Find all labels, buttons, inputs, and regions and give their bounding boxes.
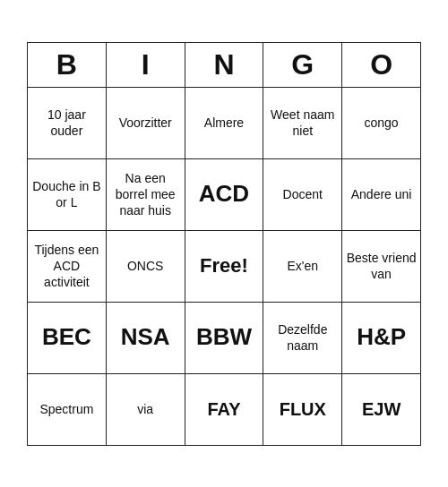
bingo-cell-r2-c4: Beste vriend van xyxy=(342,231,421,303)
bingo-cell-r3-c4: H&P xyxy=(342,303,421,374)
header-letter-o: O xyxy=(342,43,421,88)
bingo-cell-r4-c3: FLUX xyxy=(263,374,342,446)
bingo-cell-r2-c0: Tijdens een ACD activiteit xyxy=(28,231,107,303)
bingo-cell-r3-c2: BBW xyxy=(185,303,264,374)
bingo-cell-r1-c0: Douche in B or L xyxy=(28,159,107,231)
bingo-cell-r3-c1: NSA xyxy=(107,303,185,374)
bingo-cell-r1-c4: Andere uni xyxy=(342,159,421,231)
bingo-cell-r4-c4: EJW xyxy=(342,374,421,446)
header-letter-i: I xyxy=(107,43,185,88)
bingo-cell-r0-c3: Weet naam niet xyxy=(263,88,342,159)
bingo-cell-r2-c2: Free! xyxy=(185,231,264,303)
bingo-cell-r1-c1: Na een borrel mee naar huis xyxy=(107,159,185,231)
header-letter-g: G xyxy=(263,43,342,88)
bingo-cell-r0-c1: Voorzitter xyxy=(107,88,185,159)
bingo-cell-r0-c4: congo xyxy=(342,88,421,159)
bingo-cell-r4-c1: via xyxy=(107,374,185,446)
header-letter-n: N xyxy=(185,43,264,88)
bingo-cell-r1-c3: Docent xyxy=(263,159,342,231)
bingo-card: BINGO 10 jaar ouderVoorzitterAlmereWeet … xyxy=(18,33,430,455)
header-letter-b: B xyxy=(28,43,107,88)
bingo-cell-r4-c0: Spectrum xyxy=(28,374,107,446)
bingo-cell-r0-c0: 10 jaar ouder xyxy=(28,88,107,159)
bingo-cell-r3-c0: BEC xyxy=(28,303,107,374)
bingo-grid: 10 jaar ouderVoorzitterAlmereWeet naam n… xyxy=(27,88,421,446)
bingo-cell-r2-c3: Ex'en xyxy=(263,231,342,303)
bingo-cell-r4-c2: FAY xyxy=(185,374,264,446)
bingo-header: BINGO xyxy=(27,42,421,88)
bingo-cell-r3-c3: Dezelfde naam xyxy=(263,303,342,374)
bingo-cell-r2-c1: ONCS xyxy=(107,231,185,303)
bingo-cell-r1-c2: ACD xyxy=(185,159,264,231)
bingo-cell-r0-c2: Almere xyxy=(185,88,264,159)
